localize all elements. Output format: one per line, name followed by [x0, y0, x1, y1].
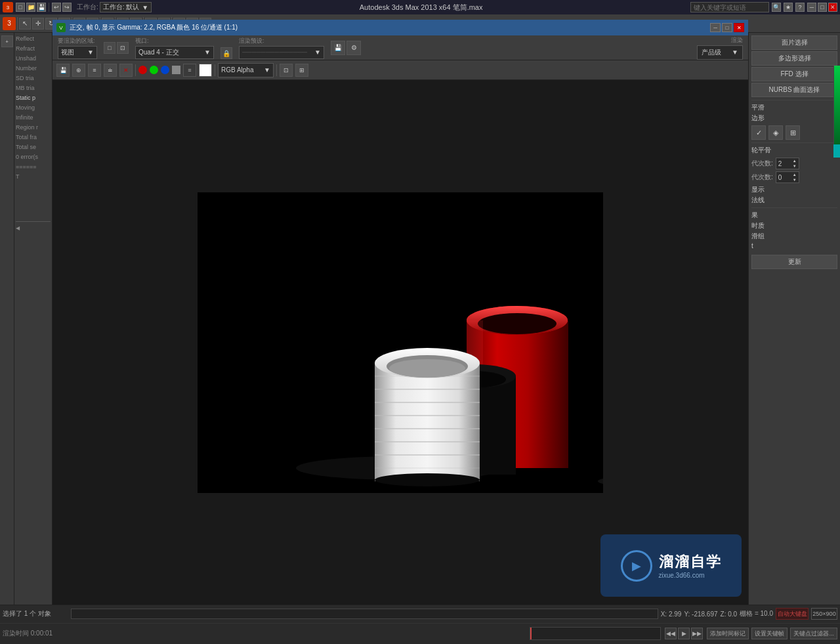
iter1-label: 代次数: — [751, 159, 773, 168]
iter2-label: 代次数: — [751, 173, 773, 182]
iter1-spinner[interactable]: ▲ ▼ — [793, 158, 797, 169]
vp-dd-arrow: ▼ — [204, 49, 211, 56]
search-input[interactable] — [690, 2, 769, 12]
up-arrow2[interactable]: ▲ — [793, 172, 797, 177]
search-icon[interactable]: 🔍 — [772, 3, 781, 12]
region-section: 要渲染的区域: 视图 ▼ — [58, 37, 97, 59]
region-dd-arrow: ▼ — [87, 49, 94, 56]
color-blue-dot[interactable] — [161, 66, 169, 74]
ffd-select-btn[interactable]: FFD 选择 — [751, 67, 837, 81]
coord-y: Y: -218.697 — [684, 611, 717, 618]
iter2-row: 代次数: 0 ▲ ▼ — [751, 171, 837, 183]
preset-dd-arrow: ▼ — [314, 49, 321, 56]
render-canvas — [198, 192, 603, 493]
info-item-region: Region r — [16, 123, 51, 133]
region-btn2[interactable]: ⊡ — [117, 42, 129, 54]
color-red-dot[interactable] — [138, 66, 147, 74]
up-arrow[interactable]: ▲ — [793, 158, 797, 163]
white-swatch[interactable] — [199, 64, 212, 77]
img-clear-btn[interactable]: ≐ — [104, 64, 117, 77]
render-time: 渲染时间 0:00:01 — [3, 629, 52, 638]
workspace-dropdown[interactable]: 工作台: 默认 ▼ — [100, 2, 152, 12]
open-btn[interactable]: 📁 — [26, 3, 35, 12]
next-frame-btn[interactable]: ▶▶ — [691, 628, 703, 639]
rp-icon-2[interactable]: ◈ — [768, 125, 783, 140]
frame-display: 250×900 — [811, 608, 837, 620]
patch-select-btn[interactable]: 面片选择 — [751, 35, 837, 50]
coord-z: Z: 0.0 — [721, 611, 738, 618]
render-level-dropdown[interactable]: 产品级 ▼ — [697, 45, 743, 60]
prev-frame-btn[interactable]: ◀◀ — [665, 628, 677, 639]
fit-btn[interactable]: ⊡ — [280, 64, 293, 77]
color-grey-dot[interactable] — [172, 66, 180, 74]
select-status: 选择了 1 个 对象 — [3, 609, 68, 618]
maximize-btn[interactable]: □ — [818, 3, 827, 12]
close-btn[interactable]: ✕ — [828, 3, 837, 12]
update-btn[interactable]: 更新 — [751, 255, 837, 269]
undo-btn[interactable]: ↩ — [52, 3, 61, 12]
poly-select-btn[interactable]: 多边形选择 — [751, 51, 837, 66]
down-arrow[interactable]: ▼ — [793, 163, 797, 169]
lock-btn[interactable]: 🔒 — [220, 47, 232, 59]
img-sep3 — [276, 64, 277, 76]
region-dropdown[interactable]: 视图 ▼ — [58, 46, 97, 59]
preset-value: ────────────── — [242, 49, 307, 56]
rw-minimize-btn[interactable]: ─ — [710, 23, 721, 32]
region-btn1[interactable]: □ — [104, 42, 116, 54]
key-filter-btn[interactable]: 关键点过滤器... — [790, 628, 837, 639]
viewport-dropdown[interactable]: Quad 4 - 正交 ▼ — [135, 46, 214, 59]
channel-dropdown[interactable]: RGB Alpha ▼ — [218, 63, 274, 77]
play-btn[interactable]: ▶ — [678, 628, 690, 639]
img-save-btn[interactable]: 💾 — [56, 64, 70, 77]
auto-key-btn[interactable]: 自动大键盘 — [776, 608, 808, 620]
left-sidebar: + — [0, 33, 14, 605]
timeline-bar[interactable] — [530, 627, 661, 640]
mono-btn[interactable]: ≡ — [183, 64, 196, 77]
coord-x: X: 2.99 — [661, 611, 682, 618]
svg-rect-11 — [375, 363, 480, 481]
move-icon[interactable]: ✛ — [32, 18, 44, 30]
add-time-mark-btn[interactable]: 添加时间标记 — [707, 628, 749, 639]
nurbs-select-btn[interactable]: NURBS 曲面选择 — [751, 83, 837, 97]
rw-window-controls: ─ □ ✕ — [710, 23, 744, 32]
color-bar-green — [833, 66, 840, 144]
render-window: V 正交, 帧 0, 显示 Gamma: 2.2, RGBA 颜色 16 位/通… — [52, 20, 748, 605]
img-close-btn[interactable]: ✕ — [119, 64, 133, 77]
preset-load-btn[interactable]: ⚙ — [346, 41, 361, 55]
ls-btn-1[interactable]: + — [1, 35, 13, 47]
set-keyframe-btn[interactable]: 设置关键帧 — [751, 628, 788, 639]
right-panel: 面片选择 多边形选择 FFD 选择 NURBS 曲面选择 平滑 边形 ✓ ◈ ⊞… — [748, 33, 840, 605]
status-top-row: 选择了 1 个 对象 X: 2.99 Y: -218.697 Z: 0.0 棚格… — [0, 605, 840, 624]
img-copy-btn[interactable]: ⊕ — [72, 64, 85, 77]
star-icon[interactable]: ★ — [784, 3, 793, 12]
help-icon[interactable]: ? — [795, 3, 805, 12]
sep1 — [49, 3, 49, 12]
watermark-sub: zixue.3d66.com — [659, 572, 722, 579]
rp-icon-1[interactable]: ✓ — [751, 125, 766, 140]
new-btn[interactable]: □ — [16, 3, 25, 12]
iter2-spinner[interactable]: ▲ ▼ — [793, 172, 797, 182]
rp-icon-3[interactable]: ⊞ — [786, 125, 800, 140]
img-print-btn[interactable]: ≡ — [88, 64, 101, 77]
info-item-reflect: Reflect — [16, 34, 51, 44]
img-sep2 — [215, 64, 215, 76]
app-title-bar: 3 □ 📁 💾 ↩ ↪ 工作台: 工作台: 默认 ▼ Autodesk 3ds … — [0, 0, 840, 14]
select-icon[interactable]: ↖ — [19, 18, 31, 30]
status-bottom-row: 渲染时间 0:00:01 ◀◀ ▶ ▶▶ 添加时间标记 设置关键帧 关键点过滤器… — [0, 624, 840, 644]
down-arrow2[interactable]: ▼ — [793, 177, 797, 182]
rw-close-btn[interactable]: ✕ — [734, 23, 744, 32]
rw-img-toolbar: 💾 ⊕ ≡ ≐ ✕ ≡ RGB Alpha ▼ ⊡ ⊞ — [52, 60, 748, 80]
timeline-cursor — [530, 628, 532, 639]
preset-save-btn[interactable]: 💾 — [331, 41, 345, 55]
rw-maximize-btn[interactable]: □ — [722, 23, 732, 32]
img-sep — [135, 64, 136, 76]
info-item-refract: Refract — [16, 44, 51, 54]
fill-btn[interactable]: ⊞ — [295, 64, 308, 77]
redo-btn[interactable]: ↪ — [62, 3, 72, 12]
minimize-btn[interactable]: ─ — [807, 3, 816, 12]
color-green-dot[interactable] — [150, 66, 158, 74]
save-btn[interactable]: 💾 — [37, 3, 46, 12]
preset-dropdown[interactable]: ────────────── ▼ — [239, 46, 324, 59]
iter2-value-box[interactable]: 0 ▲ ▼ — [776, 171, 799, 183]
iter1-value-box[interactable]: 2 ▲ ▼ — [776, 158, 799, 169]
